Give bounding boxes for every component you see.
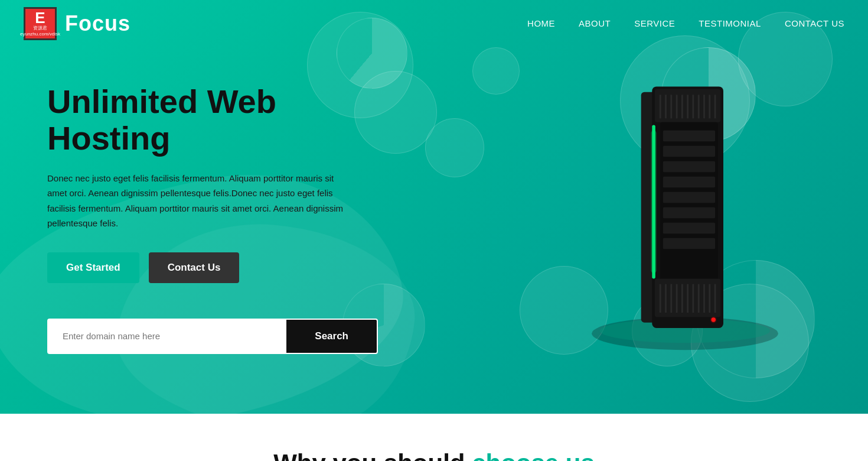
svg-rect-25	[663, 223, 715, 234]
bubble-8	[472, 47, 520, 95]
nav-link-about[interactable]: ABOUT	[579, 18, 611, 28]
svg-rect-17	[651, 131, 656, 273]
nav-item-service[interactable]: SERVICE	[634, 18, 675, 29]
nav-link-home[interactable]: HOME	[527, 18, 555, 28]
hero-title: Unlimited Web Hosting	[47, 83, 378, 156]
logo-badge: E 资源君eyunzhu.com/vdisk	[24, 7, 57, 40]
get-started-button[interactable]: Get Started	[47, 252, 139, 283]
hero-section: E 资源君eyunzhu.com/vdisk Focus HOME ABOUT …	[0, 0, 868, 414]
hero-description: Donec nec justo eget felis facilisis fer…	[47, 171, 354, 231]
nav-item-contact[interactable]: CONTACT US	[785, 18, 844, 29]
nav-item-about[interactable]: ABOUT	[579, 18, 611, 29]
svg-point-40	[710, 317, 717, 323]
why-section: Why you should choose us	[0, 414, 868, 461]
site-name: Focus	[65, 11, 130, 36]
why-title-plain: Why you should	[273, 449, 472, 461]
bubble-7	[425, 118, 484, 177]
nav-item-home[interactable]: HOME	[527, 18, 555, 29]
svg-rect-23	[663, 192, 715, 203]
navbar: E 资源君eyunzhu.com/vdisk Focus HOME ABOUT …	[0, 0, 868, 47]
logo-area: E 资源君eyunzhu.com/vdisk Focus	[24, 7, 130, 40]
domain-search-bar: Search	[47, 319, 378, 354]
logo-letter: E	[35, 10, 45, 25]
hero-content: Unlimited Web Hosting Donec nec justo eg…	[0, 24, 425, 389]
nav-item-testimonial[interactable]: TESTIMONIAL	[699, 18, 761, 29]
contact-us-button[interactable]: Contact Us	[149, 252, 240, 283]
server-illustration	[537, 35, 833, 390]
nav-links: HOME ABOUT SERVICE TESTIMONIAL CONTACT U…	[527, 18, 844, 29]
logo-sub: 资源君eyunzhu.com/vdisk	[20, 25, 60, 37]
server-svg	[573, 59, 797, 366]
search-button[interactable]: Search	[286, 320, 377, 353]
hero-buttons: Get Started Contact Us	[47, 252, 378, 283]
why-title: Why you should choose us	[47, 449, 821, 461]
domain-search-input[interactable]	[48, 320, 286, 353]
nav-link-testimonial[interactable]: TESTIMONIAL	[699, 18, 761, 28]
svg-rect-22	[663, 177, 715, 188]
svg-rect-19	[663, 131, 715, 142]
svg-rect-24	[663, 207, 715, 219]
svg-rect-20	[663, 146, 715, 157]
why-title-accent: choose us	[472, 449, 595, 461]
nav-link-service[interactable]: SERVICE	[634, 18, 675, 28]
svg-rect-21	[663, 161, 715, 173]
nav-link-contact[interactable]: CONTACT US	[785, 18, 844, 28]
svg-rect-26	[663, 238, 715, 249]
